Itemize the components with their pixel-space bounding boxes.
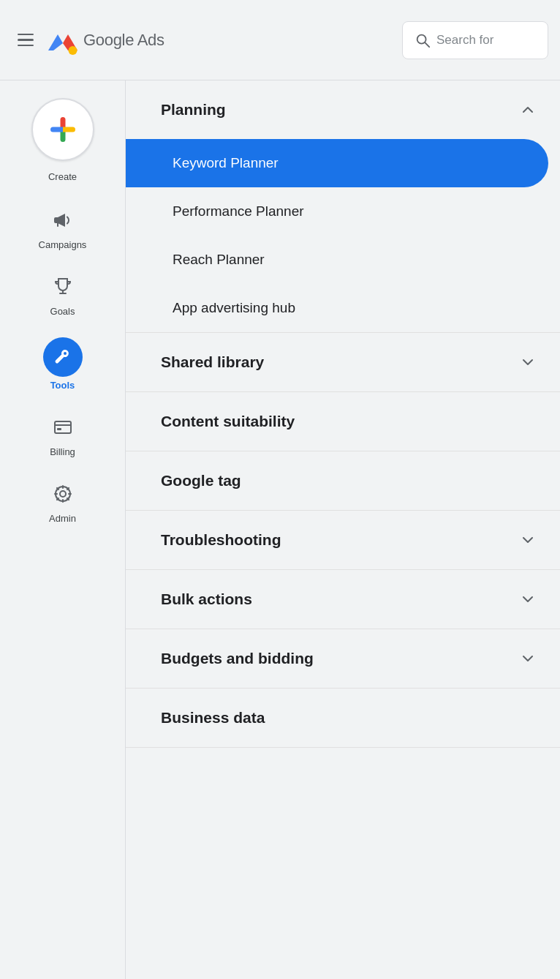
app-title: Google Ads [83, 31, 164, 50]
planning-chevron-up-icon [519, 101, 537, 119]
business-data-section: Business data [126, 689, 560, 748]
admin-icon [47, 478, 79, 510]
business-data-header[interactable]: Business data [126, 689, 560, 747]
svg-point-10 [60, 491, 66, 497]
google-tag-section: Google tag [126, 451, 560, 511]
svg-rect-8 [57, 428, 61, 430]
search-icon [415, 32, 431, 48]
budgets-bidding-section: Budgets and bidding [126, 629, 560, 689]
svg-marker-0 [48, 34, 63, 50]
bulk-actions-chevron-down-icon [519, 590, 537, 608]
goals-label: Goals [50, 306, 75, 317]
tools-icon [43, 337, 83, 377]
sidebar-item-tools[interactable]: Tools [15, 330, 110, 398]
menu-button[interactable] [12, 28, 39, 53]
svg-point-5 [64, 352, 67, 355]
content-suitability-header[interactable]: Content suitability [126, 392, 560, 451]
troubleshooting-title: Troubleshooting [161, 531, 281, 549]
logo-area: Google Ads [48, 26, 164, 55]
shared-library-chevron-down-icon [519, 353, 537, 371]
shared-library-header[interactable]: Shared library [126, 333, 560, 391]
google-ads-logo-icon [48, 26, 77, 55]
header: Google Ads Search for [0, 0, 560, 80]
main-content: Create Campaigns [0, 80, 560, 979]
admin-label: Admin [49, 513, 76, 524]
content-suitability-section: Content suitability [126, 392, 560, 451]
menu-item-performance-planner[interactable]: Performance Planner [126, 187, 560, 236]
budgets-bidding-title: Budgets and bidding [161, 650, 314, 667]
content-suitability-title: Content suitability [161, 413, 295, 430]
troubleshooting-header[interactable]: Troubleshooting [126, 511, 560, 569]
google-tag-header[interactable]: Google tag [126, 451, 560, 510]
troubleshooting-section: Troubleshooting [126, 511, 560, 570]
svg-rect-6 [55, 421, 71, 433]
create-button[interactable] [31, 98, 94, 161]
shared-library-section: Shared library [126, 333, 560, 392]
tools-label: Tools [50, 380, 75, 391]
billing-icon [47, 411, 79, 443]
svg-point-2 [69, 46, 77, 55]
troubleshooting-chevron-down-icon [519, 531, 537, 549]
planning-section: Planning Keyword Planner Performance Pla… [126, 80, 560, 333]
menu-item-app-advertising-hub[interactable]: App advertising hub [126, 284, 560, 332]
planning-title: Planning [161, 101, 226, 119]
campaigns-icon [47, 204, 79, 236]
menu-item-keyword-planner[interactable]: Keyword Planner [126, 139, 548, 187]
bulk-actions-title: Bulk actions [161, 590, 252, 608]
create-label: Create [48, 171, 77, 182]
budgets-bidding-chevron-down-icon [519, 650, 537, 667]
google-tag-title: Google tag [161, 472, 241, 490]
sidebar: Create Campaigns [0, 80, 126, 979]
campaigns-label: Campaigns [39, 239, 87, 250]
goals-icon [47, 271, 79, 303]
search-placeholder-text: Search for [436, 33, 493, 48]
bulk-actions-section: Bulk actions [126, 570, 560, 629]
svg-line-4 [425, 42, 429, 47]
budgets-bidding-header[interactable]: Budgets and bidding [126, 629, 560, 688]
menu-item-reach-planner[interactable]: Reach Planner [126, 236, 560, 284]
billing-label: Billing [50, 446, 75, 457]
planning-header[interactable]: Planning [126, 80, 560, 139]
sidebar-item-goals[interactable]: Goals [15, 263, 110, 324]
sidebar-item-billing[interactable]: Billing [15, 404, 110, 465]
menu-content: Planning Keyword Planner Performance Pla… [126, 80, 560, 979]
sidebar-item-create[interactable]: Create [31, 98, 94, 182]
search-bar[interactable]: Search for [402, 21, 548, 59]
sidebar-item-campaigns[interactable]: Campaigns [15, 197, 110, 258]
sidebar-item-admin[interactable]: Admin [15, 470, 110, 531]
shared-library-title: Shared library [161, 353, 264, 371]
business-data-title: Business data [161, 709, 265, 727]
bulk-actions-header[interactable]: Bulk actions [126, 570, 560, 629]
